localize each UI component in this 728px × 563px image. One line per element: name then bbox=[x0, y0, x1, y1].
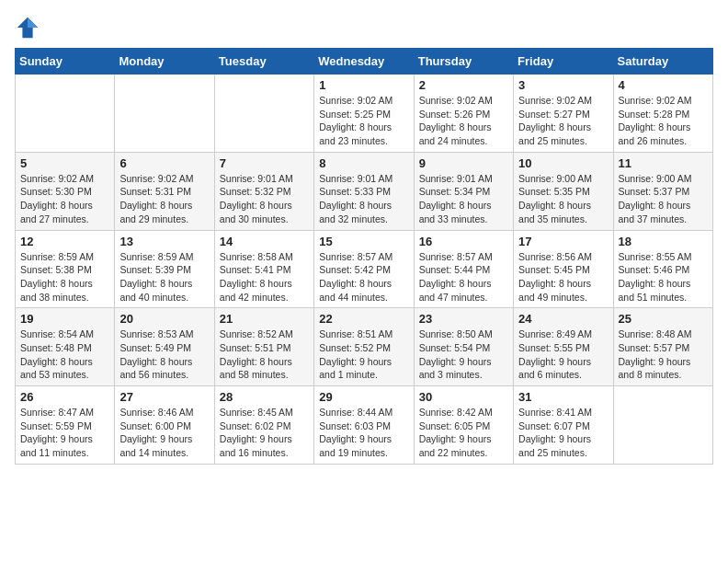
day-number: 30 bbox=[419, 390, 508, 404]
day-info: Sunrise: 9:01 AM Sunset: 5:33 PM Dayligh… bbox=[319, 172, 408, 226]
calendar-cell: 2Sunrise: 9:02 AM Sunset: 5:26 PM Daylig… bbox=[414, 75, 513, 153]
day-info: Sunrise: 8:49 AM Sunset: 5:55 PM Dayligh… bbox=[518, 327, 608, 382]
calendar-cell: 11Sunrise: 9:00 AM Sunset: 5:37 PM Dayli… bbox=[613, 152, 712, 230]
calendar-cell: 21Sunrise: 8:52 AM Sunset: 5:51 PM Dayli… bbox=[214, 308, 313, 386]
day-number: 27 bbox=[119, 390, 209, 404]
calendar-cell bbox=[16, 75, 115, 153]
day-number: 2 bbox=[419, 78, 508, 92]
day-info: Sunrise: 8:59 AM Sunset: 5:39 PM Dayligh… bbox=[119, 250, 209, 304]
day-number: 25 bbox=[619, 312, 708, 326]
calendar-header-row: SundayMondayTuesdayWednesdayThursdayFrid… bbox=[16, 49, 713, 75]
calendar-cell: 10Sunrise: 9:00 AM Sunset: 5:35 PM Dayli… bbox=[514, 152, 613, 230]
day-number: 11 bbox=[619, 156, 708, 170]
calendar-cell: 14Sunrise: 8:58 AM Sunset: 5:41 PM Dayli… bbox=[214, 230, 313, 308]
calendar-cell: 26Sunrise: 8:47 AM Sunset: 5:59 PM Dayli… bbox=[16, 386, 115, 465]
day-info: Sunrise: 8:47 AM Sunset: 5:59 PM Dayligh… bbox=[20, 406, 109, 460]
day-info: Sunrise: 8:42 AM Sunset: 6:05 PM Dayligh… bbox=[419, 406, 508, 460]
day-info: Sunrise: 8:52 AM Sunset: 5:51 PM Dayligh… bbox=[220, 327, 309, 382]
day-number: 21 bbox=[220, 312, 309, 326]
calendar-cell: 1Sunrise: 9:02 AM Sunset: 5:25 PM Daylig… bbox=[314, 75, 414, 153]
day-number: 12 bbox=[20, 235, 109, 248]
day-number: 6 bbox=[119, 156, 209, 170]
day-number: 29 bbox=[319, 390, 408, 404]
day-info: Sunrise: 9:02 AM Sunset: 5:28 PM Dayligh… bbox=[619, 94, 708, 148]
day-number: 15 bbox=[319, 235, 408, 248]
calendar-cell: 24Sunrise: 8:49 AM Sunset: 5:55 PM Dayli… bbox=[514, 308, 613, 386]
day-info: Sunrise: 8:54 AM Sunset: 5:48 PM Dayligh… bbox=[20, 327, 109, 382]
day-info: Sunrise: 8:48 AM Sunset: 5:57 PM Dayligh… bbox=[619, 327, 708, 382]
logo-icon bbox=[15, 15, 40, 40]
day-info: Sunrise: 9:02 AM Sunset: 5:31 PM Dayligh… bbox=[119, 172, 209, 226]
day-header-wednesday: Wednesday bbox=[314, 49, 414, 75]
day-number: 9 bbox=[419, 156, 508, 170]
day-info: Sunrise: 8:57 AM Sunset: 5:44 PM Dayligh… bbox=[419, 250, 508, 304]
calendar-cell: 6Sunrise: 9:02 AM Sunset: 5:31 PM Daylig… bbox=[115, 152, 214, 230]
day-number: 4 bbox=[619, 78, 708, 92]
day-number: 3 bbox=[518, 78, 608, 92]
calendar-cell: 12Sunrise: 8:59 AM Sunset: 5:38 PM Dayli… bbox=[16, 230, 115, 308]
calendar-cell bbox=[115, 75, 214, 153]
calendar-cell: 8Sunrise: 9:01 AM Sunset: 5:33 PM Daylig… bbox=[314, 152, 414, 230]
day-info: Sunrise: 8:44 AM Sunset: 6:03 PM Dayligh… bbox=[319, 406, 408, 460]
day-number: 23 bbox=[419, 312, 508, 326]
day-number: 20 bbox=[119, 312, 209, 326]
day-info: Sunrise: 9:01 AM Sunset: 5:34 PM Dayligh… bbox=[419, 172, 508, 226]
day-info: Sunrise: 8:59 AM Sunset: 5:38 PM Dayligh… bbox=[20, 250, 109, 304]
page-header bbox=[15, 15, 713, 40]
day-info: Sunrise: 8:45 AM Sunset: 6:02 PM Dayligh… bbox=[220, 406, 309, 460]
day-info: Sunrise: 9:00 AM Sunset: 5:35 PM Dayligh… bbox=[518, 172, 608, 226]
day-number: 17 bbox=[518, 235, 608, 248]
calendar-cell bbox=[214, 75, 313, 153]
day-info: Sunrise: 8:57 AM Sunset: 5:42 PM Dayligh… bbox=[319, 250, 408, 304]
day-header-monday: Monday bbox=[115, 49, 214, 75]
day-number: 14 bbox=[220, 235, 309, 248]
day-info: Sunrise: 8:56 AM Sunset: 5:45 PM Dayligh… bbox=[518, 250, 608, 304]
day-header-friday: Friday bbox=[514, 49, 613, 75]
day-number: 19 bbox=[20, 312, 109, 326]
calendar-table: SundayMondayTuesdayWednesdayThursdayFrid… bbox=[15, 48, 713, 465]
day-info: Sunrise: 9:02 AM Sunset: 5:25 PM Dayligh… bbox=[319, 94, 408, 148]
calendar-cell: 16Sunrise: 8:57 AM Sunset: 5:44 PM Dayli… bbox=[414, 230, 513, 308]
calendar-cell: 17Sunrise: 8:56 AM Sunset: 5:45 PM Dayli… bbox=[514, 230, 613, 308]
week-row-3: 12Sunrise: 8:59 AM Sunset: 5:38 PM Dayli… bbox=[16, 230, 713, 308]
day-info: Sunrise: 9:00 AM Sunset: 5:37 PM Dayligh… bbox=[619, 172, 708, 226]
day-info: Sunrise: 9:02 AM Sunset: 5:30 PM Dayligh… bbox=[20, 172, 109, 226]
calendar-cell bbox=[613, 386, 712, 465]
day-info: Sunrise: 8:41 AM Sunset: 6:07 PM Dayligh… bbox=[518, 406, 608, 460]
calendar-cell: 20Sunrise: 8:53 AM Sunset: 5:49 PM Dayli… bbox=[115, 308, 214, 386]
logo bbox=[15, 15, 44, 40]
calendar-cell: 23Sunrise: 8:50 AM Sunset: 5:54 PM Dayli… bbox=[414, 308, 513, 386]
calendar-cell: 22Sunrise: 8:51 AM Sunset: 5:52 PM Dayli… bbox=[314, 308, 414, 386]
week-row-4: 19Sunrise: 8:54 AM Sunset: 5:48 PM Dayli… bbox=[16, 308, 713, 386]
day-number: 5 bbox=[20, 156, 109, 170]
calendar-cell: 4Sunrise: 9:02 AM Sunset: 5:28 PM Daylig… bbox=[613, 75, 712, 153]
day-number: 28 bbox=[220, 390, 309, 404]
calendar-cell: 7Sunrise: 9:01 AM Sunset: 5:32 PM Daylig… bbox=[214, 152, 313, 230]
calendar-cell: 9Sunrise: 9:01 AM Sunset: 5:34 PM Daylig… bbox=[414, 152, 513, 230]
day-number: 24 bbox=[518, 312, 608, 326]
day-number: 8 bbox=[319, 156, 408, 170]
day-info: Sunrise: 8:53 AM Sunset: 5:49 PM Dayligh… bbox=[119, 327, 209, 382]
day-number: 1 bbox=[319, 78, 408, 92]
calendar-cell: 27Sunrise: 8:46 AM Sunset: 6:00 PM Dayli… bbox=[115, 386, 214, 465]
calendar-cell: 18Sunrise: 8:55 AM Sunset: 5:46 PM Dayli… bbox=[613, 230, 712, 308]
day-info: Sunrise: 8:58 AM Sunset: 5:41 PM Dayligh… bbox=[220, 250, 309, 304]
day-number: 7 bbox=[220, 156, 309, 170]
day-info: Sunrise: 9:01 AM Sunset: 5:32 PM Dayligh… bbox=[220, 172, 309, 226]
day-number: 16 bbox=[419, 235, 508, 248]
calendar-cell: 19Sunrise: 8:54 AM Sunset: 5:48 PM Dayli… bbox=[16, 308, 115, 386]
day-header-sunday: Sunday bbox=[16, 49, 115, 75]
day-info: Sunrise: 8:50 AM Sunset: 5:54 PM Dayligh… bbox=[419, 327, 508, 382]
day-header-saturday: Saturday bbox=[613, 49, 712, 75]
calendar-cell: 28Sunrise: 8:45 AM Sunset: 6:02 PM Dayli… bbox=[214, 386, 313, 465]
calendar-cell: 25Sunrise: 8:48 AM Sunset: 5:57 PM Dayli… bbox=[613, 308, 712, 386]
day-info: Sunrise: 8:51 AM Sunset: 5:52 PM Dayligh… bbox=[319, 327, 408, 382]
day-info: Sunrise: 8:46 AM Sunset: 6:00 PM Dayligh… bbox=[119, 406, 209, 460]
day-header-thursday: Thursday bbox=[414, 49, 513, 75]
week-row-2: 5Sunrise: 9:02 AM Sunset: 5:30 PM Daylig… bbox=[16, 152, 713, 230]
day-number: 13 bbox=[119, 235, 209, 248]
calendar-cell: 31Sunrise: 8:41 AM Sunset: 6:07 PM Dayli… bbox=[514, 386, 613, 465]
day-number: 10 bbox=[518, 156, 608, 170]
day-number: 26 bbox=[20, 390, 109, 404]
calendar-cell: 13Sunrise: 8:59 AM Sunset: 5:39 PM Dayli… bbox=[115, 230, 214, 308]
